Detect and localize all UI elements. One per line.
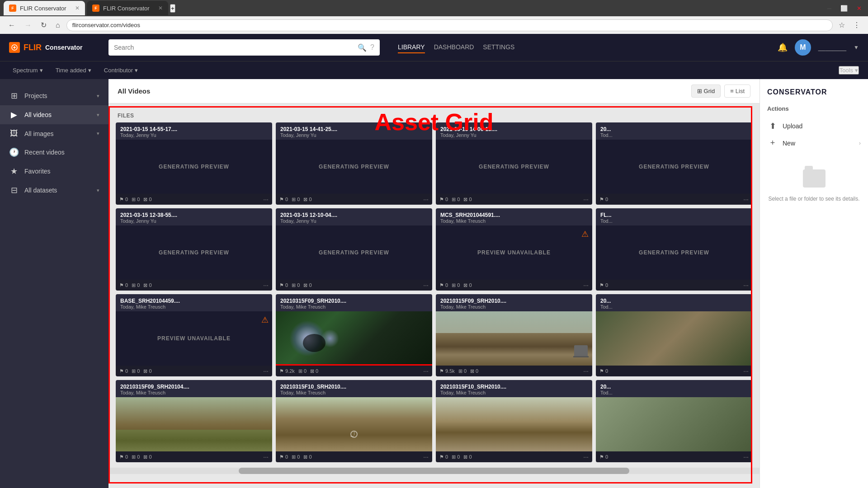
right-panel-title: CONSERVATOR [767,88,861,96]
sidebar-item-projects[interactable]: ⊞ Projects ▾ [0,86,108,105]
time-added-filter[interactable]: Time added ▾ [52,65,95,75]
asset-card-4-more[interactable]: ··· [743,196,749,203]
asset-card-6-header: 2021-03-15 12-10-04.... Today, Jenny Yu [276,208,432,225]
asset-card-3[interactable]: 2021-03-15 14-06-13.... Today, Jenny Yu … [436,122,592,205]
asset-card-5-preview: GENERATING PREVIEW [116,225,272,280]
sidebar-item-recent-videos[interactable]: 🕐 Recent videos [0,143,108,162]
address-text: flirconservator.com/videos [72,22,140,28]
asset-card-5-more[interactable]: ··· [263,282,269,289]
search-input[interactable] [114,44,354,51]
asset-card-1-more[interactable]: ··· [263,196,269,203]
outdoor-image-11 [436,311,592,366]
browser-controls: ← → ↻ ⌂ flirconservator.com/videos ☆ ⋮ [0,16,868,34]
nav-link-dashboard[interactable]: DASHBOARD [434,42,474,53]
tab-favicon-1: F [9,5,16,12]
asset-card-6-stat-1: ⚑ 0 [279,282,288,288]
asset-card-8[interactable]: FL... Tod... GENERATING PREVIEW ⚑ 0 ··· [596,208,752,291]
tab-close-1[interactable]: ✕ [75,5,80,11]
nav-link-settings[interactable]: SETTINGS [483,42,514,53]
asset-card-4-footer: ⚑ 0 ··· [596,194,752,205]
asset-card-12[interactable]: 20... Tod... ⚑ 0 ··· [596,294,752,376]
asset-card-11[interactable]: 20210315F09_SRH2010.... Today, Mike Treu… [436,294,592,376]
new-action[interactable]: + New › [767,135,861,151]
asset-card-13-more[interactable]: ··· [263,453,269,460]
upload-action[interactable]: ⬆ Upload [767,117,861,135]
asset-card-13-stat-2: ⊞ 0 [132,454,140,460]
asset-card-3-more[interactable]: ··· [583,196,589,203]
asset-card-14[interactable]: 20210315F10_SRH2010.... Today, Mike Treu… [276,380,432,462]
address-bar[interactable]: flirconservator.com/videos [66,19,833,31]
settings-menu-button[interactable]: ⋮ [851,20,863,30]
asset-card-4[interactable]: 20... Tod... GENERATING PREVIEW ⚑ 0 ··· [596,122,752,205]
close-button[interactable]: ✕ [854,3,864,14]
asset-card-11-preview [436,311,592,366]
sidebar-item-all-videos[interactable]: ▶ All videos ▾ [0,105,108,124]
user-dropdown-arrow[interactable]: ▼ [854,44,859,51]
asset-card-4-date: Tod... [600,132,748,138]
user-name[interactable]: ________ [818,44,846,51]
new-tab-button[interactable]: + [170,4,175,13]
asset-card-10[interactable]: 20210315F09_SRH2010.... Today, Mike Treu… [276,294,432,376]
asset-card-8-stat-1: ⚑ 0 [599,282,608,288]
asset-card-9[interactable]: BASE_SRH20104459.... Today, Mike Treusch… [116,294,272,376]
home-button[interactable]: ⌂ [53,19,63,31]
asset-card-7[interactable]: MCS_SRH201044591.... Today, Mike Treusch… [436,208,592,291]
asset-card-6-more[interactable]: ··· [423,282,429,289]
star-button[interactable]: ☆ [836,20,847,30]
asset-card-4-preview-text: GENERATING PREVIEW [639,164,709,170]
asset-card-13-preview [116,397,272,451]
help-icon[interactable]: ? [370,43,374,52]
asset-card-2[interactable]: 2021-03-15 14-41-25.... Today, Jenny Yu … [276,122,432,205]
asset-card-3-date: Today, Jenny Yu [440,132,588,138]
asset-card-5-header: 2021-03-15 12-38-55.... Today, Jenny Yu [116,208,272,225]
asset-card-9-header: BASE_SRH20104459.... Today, Mike Treusch [116,294,272,311]
contributor-chevron-icon: ▾ [135,67,138,74]
asset-card-4-stat-1: ⚑ 0 [599,197,608,202]
asset-card-2-more[interactable]: ··· [423,196,429,203]
asset-card-12-stat-1: ⚑ 0 [599,368,608,374]
browser-tab-1[interactable]: F FLIR Conservator ✕ [4,1,85,15]
asset-card-9-more[interactable]: ··· [263,367,269,375]
spectrum-filter[interactable]: Spectrum ▾ [9,65,47,75]
asset-card-13[interactable]: 20210315F09_SRH20104.... Today, Mike Tre… [116,380,272,462]
maximize-button[interactable]: ⬜ [838,3,850,14]
asset-card-10-more[interactable]: ··· [423,367,429,375]
tools-button[interactable]: Tools ▾ [839,66,859,75]
asset-card-11-more[interactable]: ··· [583,367,589,375]
all-images-chevron-icon: ▾ [97,131,99,136]
horizontal-scrollbar[interactable] [108,468,760,474]
nav-link-library[interactable]: LIBRARY [398,42,425,53]
contributor-filter[interactable]: Contributor ▾ [100,65,142,75]
projects-chevron-icon: ▾ [97,93,99,99]
asset-card-14-stat-1: ⚑ 0 [279,454,288,460]
search-bar[interactable]: 🔍 ? [108,39,380,56]
browser-tab-2[interactable]: F FLIR Conservator ✕ [87,1,168,15]
horizontal-scrollbar-thumb[interactable] [239,468,629,474]
user-avatar[interactable]: M [795,39,811,56]
asset-card-15-more[interactable]: ··· [583,453,589,460]
forward-button[interactable]: → [22,19,34,31]
sidebar-item-all-datasets[interactable]: ⊟ All datasets ▾ [0,181,108,200]
asset-card-1[interactable]: 2021-03-15 14-55-17.... Today, Jenny Yu … [116,122,272,205]
tab-close-2[interactable]: ✕ [158,5,163,11]
sidebar-item-favorites[interactable]: ★ Favorites [0,162,108,181]
asset-card-14-more[interactable]: ··· [423,453,429,460]
asset-card-6[interactable]: 2021-03-15 12-10-04.... Today, Jenny Yu … [276,208,432,291]
notification-button[interactable]: 🔔 [778,42,788,52]
asset-card-12-preview [596,311,752,366]
asset-card-7-more[interactable]: ··· [583,282,589,289]
asset-card-15[interactable]: 20210315F10_SRH2010.... Today, Mike Treu… [436,380,592,462]
asset-card-12-more[interactable]: ··· [743,367,749,375]
refresh-button[interactable]: ↻ [38,19,49,31]
asset-card-5[interactable]: 2021-03-15 12-38-55.... Today, Jenny Yu … [116,208,272,291]
asset-card-8-more[interactable]: ··· [743,282,749,289]
search-icon[interactable]: 🔍 [358,43,367,52]
back-button[interactable]: ← [5,19,18,31]
asset-card-16[interactable]: 20... Tod... ⚑ 0 ··· [596,380,752,462]
minimize-button[interactable]: ─ [825,3,834,14]
grid-view-button[interactable]: ⊞ Grid [691,84,721,98]
asset-card-16-more[interactable]: ··· [743,453,749,460]
sidebar-item-all-images[interactable]: 🖼 All images ▾ [0,124,108,143]
list-view-button[interactable]: ≡ List [724,84,750,98]
asset-card-2-preview-text: GENERATING PREVIEW [319,164,389,170]
